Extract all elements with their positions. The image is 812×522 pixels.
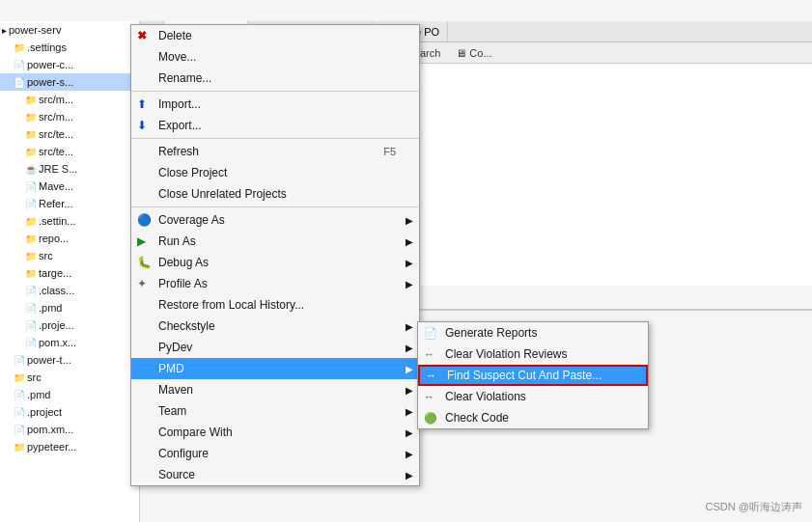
menu-item-rename[interactable]: Rename... [131, 68, 419, 89]
subtab-console[interactable]: 🖥 Co... [450, 46, 497, 60]
menu-item-maven[interactable]: Maven▶ [131, 379, 419, 400]
tree-item-icon: ☕ [25, 164, 37, 175]
tree-item[interactable]: 📄 .class... [0, 282, 139, 299]
tree-item-icon: 📁 [25, 216, 37, 227]
pmd-item-icon: ↔ [424, 391, 434, 402]
pmd-item-label: Clear Violations [445, 390, 526, 403]
tree-item[interactable]: ☕ JRE S... [0, 160, 139, 178]
tree-item[interactable]: 📁 src/m... [0, 91, 139, 108]
project-tree: ▸ power-serv📁 .settings📄 power-c...📄 pow… [0, 21, 140, 522]
menu-item-profile-as[interactable]: ✦Profile As▶ [131, 273, 419, 294]
tree-item[interactable]: 📁 repo... [0, 230, 139, 247]
menu-item-export[interactable]: ⬇Export... [131, 115, 419, 136]
menu-item-coverage-as[interactable]: 🔵Coverage As▶ [131, 209, 419, 231]
pmd-submenu: 📄Generate Reports↔Clear Violation Review… [417, 321, 649, 429]
menu-item-move[interactable]: Move... [131, 46, 419, 68]
menu-item-close-project[interactable]: Close Project [131, 162, 419, 183]
tree-item[interactable]: 📁 src/m... [0, 108, 139, 125]
tree-item-label: pom.x... [39, 337, 76, 348]
menu-item-checkstyle[interactable]: Checkstyle▶ [131, 316, 419, 337]
pmd-submenu-item-find-suspect-cut-and-paste[interactable]: ↔Find Suspect Cut And Paste... [418, 365, 648, 386]
menu-item-source[interactable]: Source▶ [131, 464, 419, 485]
submenu-arrow-icon: ▶ [406, 236, 413, 247]
menu-item-icon: 🐛 [137, 256, 152, 269]
submenu-arrow-icon: ▶ [406, 258, 413, 268]
pmd-item-label: Check Code [445, 411, 509, 425]
menu-item-label: Close Project [158, 166, 227, 179]
tree-item[interactable]: 📁 src [0, 247, 139, 264]
tree-item-label: .class... [39, 285, 74, 296]
tree-item[interactable]: 📄 pom.x... [0, 334, 139, 351]
tree-item[interactable]: ▸ power-serv [0, 21, 139, 39]
menu-item-pmd[interactable]: PMD▶ [131, 358, 419, 379]
menu-item-label: Source [158, 468, 195, 481]
tree-item-label: src/m... [39, 111, 73, 123]
tree-item[interactable]: 📁 targe... [0, 264, 139, 282]
menu-item-team[interactable]: Team▶ [131, 400, 419, 422]
menu-item-import[interactable]: ⬆Import... [131, 94, 419, 115]
menu-item-label: Import... [158, 97, 201, 111]
tree-item[interactable]: 📁 .settin... [0, 212, 139, 230]
menu-item-label: Debug As [158, 256, 209, 269]
tree-item[interactable]: 📄 power-s... [0, 73, 139, 91]
tree-item-icon: 📁 [14, 442, 25, 453]
submenu-arrow-icon: ▶ [406, 385, 413, 396]
tree-item-icon: 📄 [25, 320, 37, 331]
tree-item[interactable]: 📄 .pmd [0, 386, 139, 403]
tree-item-icon: 📁 [25, 147, 37, 157]
menu-item-refresh[interactable]: RefreshF5 [131, 141, 419, 162]
pmd-submenu-item-clear-violation-reviews[interactable]: ↔Clear Violation Reviews [418, 343, 648, 365]
tree-item[interactable]: 📁 src/te... [0, 143, 139, 160]
tree-item[interactable]: 📁 src/te... [0, 125, 139, 143]
pmd-submenu-item-check-code[interactable]: 🟢Check Code [418, 407, 648, 428]
pmd-submenu-item-generate-reports[interactable]: 📄Generate Reports [418, 322, 648, 343]
menu-item-icon: ⬇ [137, 119, 147, 132]
tree-item-icon: 📄 [14, 60, 25, 70]
tree-item-icon: 📁 [14, 42, 25, 53]
menu-item-debug-as[interactable]: 🐛Debug As▶ [131, 252, 419, 273]
tree-item[interactable]: 📄 pom.xm... [0, 421, 139, 438]
pmd-item-icon: ↔ [426, 370, 436, 381]
tree-item-label: pom.xm... [27, 424, 73, 435]
menu-separator [131, 91, 419, 92]
tree-item[interactable]: 📄 power-c... [0, 56, 139, 73]
context-menu: ✖DeleteMove...Rename...⬆Import...⬇Export… [130, 24, 420, 486]
menu-item-icon: ✖ [137, 29, 147, 42]
tree-item-icon: 📄 [25, 199, 37, 209]
tree-item[interactable]: 📄 Mave... [0, 178, 139, 195]
menu-item-restore-from-local-history[interactable]: Restore from Local History... [131, 294, 419, 316]
tree-item[interactable]: 📄 .project [0, 403, 139, 421]
tree-item-label: .pmd [27, 389, 50, 400]
tree-item-icon: 📁 [14, 372, 25, 383]
menu-item-label: Delete [158, 29, 192, 42]
pmd-item-icon: 🟢 [424, 412, 437, 425]
menu-item-label: Coverage As [158, 213, 225, 227]
tree-item[interactable]: 📁 src [0, 369, 139, 386]
tree-item-label: Mave... [39, 180, 73, 192]
tree-item[interactable]: 📄 .proje... [0, 316, 139, 334]
tree-item[interactable]: 📄 .pmd [0, 299, 139, 316]
tree-item-label: JRE S... [39, 163, 77, 175]
console-icon: 🖥 [456, 47, 466, 59]
menu-item-label: Restore from Local History... [158, 298, 304, 312]
pmd-submenu-item-clear-violations[interactable]: ↔Clear Violations [418, 386, 648, 407]
tree-item[interactable]: 📄 Refer... [0, 195, 139, 212]
pmd-item-label: Clear Violation Reviews [445, 347, 568, 361]
menu-item-pydev[interactable]: PyDev▶ [131, 337, 419, 358]
menu-item-icon: ⬆ [137, 97, 147, 111]
menu-item-run-as[interactable]: ▶Run As▶ [131, 231, 419, 252]
tree-item-label: src [27, 371, 42, 383]
menu-item-compare-with[interactable]: Compare With▶ [131, 422, 419, 443]
tree-item-label: src/te... [39, 128, 73, 140]
submenu-arrow-icon: ▶ [406, 470, 413, 481]
menu-item-close-unrelated-projects[interactable]: Close Unrelated Projects [131, 183, 419, 205]
menu-item-delete[interactable]: ✖Delete [131, 25, 419, 46]
pmd-item-label: Find Suspect Cut And Paste... [447, 369, 602, 382]
tree-item-icon: 📁 [25, 234, 37, 244]
menu-item-configure[interactable]: Configure▶ [131, 443, 419, 464]
tree-item-icon: 📁 [25, 129, 37, 140]
tree-item[interactable]: 📁 pypeteer... [0, 438, 139, 455]
tree-item[interactable]: 📄 power-t... [0, 351, 139, 369]
tree-item[interactable]: 📁 .settings [0, 39, 139, 56]
menu-item-icon: ▶ [137, 234, 146, 248]
